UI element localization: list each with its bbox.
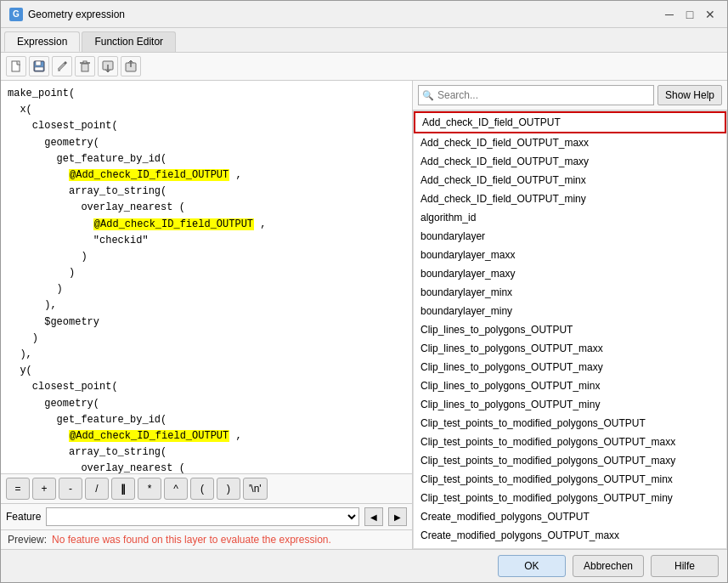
window-title: Geometry expression — [28, 8, 125, 20]
op-plus[interactable]: + — [32, 478, 56, 500]
title-bar: G Geometry expression ─ □ ✕ — [1, 1, 727, 28]
variable-item-add-check-id-output-minx[interactable]: Add_check_ID_field_OUTPUT_minx — [414, 171, 726, 190]
op-equals[interactable]: = — [6, 478, 30, 500]
variable-item-clip-lines-output[interactable]: Clip_lines_to_polygons_OUTPUT — [414, 320, 726, 339]
edit-icon — [56, 60, 68, 72]
code-line-19: closest_point( — [8, 381, 118, 393]
export-button[interactable] — [121, 56, 141, 76]
maximize-button[interactable]: □ — [681, 6, 698, 23]
code-line-12: ) — [8, 267, 75, 279]
code-line-17: ), — [8, 348, 32, 360]
preview-bar: Preview: No feature was found on this la… — [1, 529, 412, 549]
search-bar: 🔍 Show Help — [413, 81, 727, 110]
op-caret[interactable]: ^ — [164, 478, 188, 500]
variable-item-add-check-id-output-maxx[interactable]: Add_check_ID_field_OUTPUT_maxx — [414, 133, 726, 152]
toolbar — [1, 53, 727, 81]
code-line-11: ) — [8, 251, 87, 263]
op-newline[interactable]: '\n' — [243, 478, 268, 500]
variable-item-clip-test-output[interactable]: Clip_test_points_to_modified_polygons_OU… — [414, 414, 726, 433]
variable-item-boundarylayer-miny[interactable]: boundarylayer_miny — [414, 302, 726, 320]
save-icon — [33, 60, 45, 72]
tab-expression[interactable]: Expression — [4, 31, 80, 52]
preview-label: Preview: — [8, 534, 47, 546]
code-line-18: y( — [8, 365, 32, 376]
variable-item-boundarylayer-maxy[interactable]: boundarylayer_maxy — [414, 264, 726, 283]
op-rparen[interactable]: ) — [217, 478, 240, 500]
minimize-button[interactable]: ─ — [661, 6, 678, 23]
cancel-button[interactable]: Abbrechen — [573, 555, 644, 577]
save-button[interactable] — [29, 56, 49, 76]
main-window: G Geometry expression ─ □ ✕ Expression F… — [0, 0, 728, 583]
feature-select[interactable] — [46, 507, 359, 526]
code-line-13: ) — [8, 283, 63, 295]
search-input[interactable] — [418, 85, 654, 105]
code-line-1: make_point( — [8, 88, 75, 99]
main-content: make_point( x( closest_point( geometry( … — [1, 81, 727, 549]
op-multiply[interactable]: * — [138, 478, 161, 500]
variable-item-clip-lines-output-miny[interactable]: Clip_lines_to_polygons_OUTPUT_miny — [414, 395, 726, 414]
code-line-3: closest_point( — [8, 120, 118, 132]
variable-item-add-check-id-output-miny[interactable]: Add_check_ID_field_OUTPUT_miny — [414, 190, 726, 208]
variable-item-clip-test-output-miny[interactable]: Clip_test_points_to_modified_polygons_OU… — [414, 489, 726, 507]
code-line-10: "checkid" — [8, 235, 149, 246]
op-minus[interactable]: - — [59, 478, 82, 500]
svg-rect-2 — [36, 61, 41, 65]
variable-item-add-check-id-output-maxy[interactable]: Add_check_ID_field_OUTPUT_maxy — [414, 152, 726, 171]
variable-item-clip-lines-output-minx[interactable]: Clip_lines_to_polygons_OUTPUT_minx — [414, 376, 726, 395]
variable-item-create-modified-output[interactable]: Create_modified_polygons_OUTPUT — [414, 507, 726, 526]
help-button[interactable]: Hilfe — [651, 555, 719, 577]
code-line-2: x( — [8, 104, 32, 116]
variable-item-boundarylayer-maxx[interactable]: boundarylayer_maxx — [414, 246, 726, 264]
code-line-21: get_feature_by_id( — [8, 414, 166, 426]
tab-bar: Expression Function Editor — [1, 28, 727, 53]
op-divide[interactable]: / — [85, 478, 109, 500]
variable-item-algorithm-id[interactable]: algorithm_id — [414, 208, 726, 227]
code-line-4: geometry( — [8, 137, 99, 149]
delete-button[interactable] — [75, 56, 95, 76]
code-line-24: overlay_nearest ( — [8, 462, 185, 473]
title-controls: ─ □ ✕ — [661, 6, 719, 23]
code-line-15: $geometry — [8, 316, 99, 328]
code-line-8: overlay_nearest ( — [8, 201, 185, 213]
export-icon — [125, 60, 137, 72]
code-line-9: @Add_check_ID_field_OUTPUT , — [8, 218, 266, 230]
right-panel: 🔍 Show Help Add_check_ID_field_OUTPUTAdd… — [413, 81, 727, 549]
import-button[interactable] — [98, 56, 118, 76]
code-line-5: get_feature_by_id( — [8, 153, 166, 165]
nav-next-button[interactable]: ▶ — [388, 507, 407, 526]
variable-item-clip-test-output-maxy[interactable]: Clip_test_points_to_modified_polygons_OU… — [414, 451, 726, 470]
ok-button[interactable]: OK — [498, 555, 566, 577]
variable-item-clip-test-output-maxx[interactable]: Clip_test_points_to_modified_polygons_OU… — [414, 433, 726, 451]
show-help-button[interactable]: Show Help — [657, 85, 722, 105]
variable-item-add-check-id-output[interactable]: Add_check_ID_field_OUTPUT — [414, 111, 726, 133]
highlight-3: @Add_check_ID_field_OUTPUT — [69, 430, 229, 442]
tab-function-editor[interactable]: Function Editor — [82, 31, 176, 52]
close-button[interactable]: ✕ — [702, 6, 719, 23]
import-icon — [102, 60, 114, 72]
feature-bar: Feature ◀ ▶ — [1, 503, 412, 529]
variable-item-boundarylayer[interactable]: boundarylayer — [414, 227, 726, 246]
bottom-buttons: OK Abbrechen Hilfe — [1, 549, 727, 582]
code-line-22: @Add_check_ID_field_OUTPUT , — [8, 430, 242, 442]
nav-prev-button[interactable]: ◀ — [364, 507, 383, 526]
variable-item-clip-lines-output-maxx[interactable]: Clip_lines_to_polygons_OUTPUT_maxx — [414, 339, 726, 358]
editor-panel: make_point( x( closest_point( geometry( … — [1, 81, 413, 549]
code-line-20: geometry( — [8, 398, 99, 410]
code-line-14: ), — [8, 299, 57, 311]
highlight-2: @Add_check_ID_field_OUTPUT — [93, 218, 254, 230]
variable-item-create-modified-output-maxx[interactable]: Create_modified_polygons_OUTPUT_maxx — [414, 526, 726, 545]
code-line-7: array_to_string( — [8, 185, 166, 197]
variable-item-clip-test-output-minx[interactable]: Clip_test_points_to_modified_polygons_OU… — [414, 470, 726, 489]
code-line-6: @Add_check_ID_field_OUTPUT , — [8, 169, 242, 181]
new-button[interactable] — [6, 56, 26, 76]
op-lparen[interactable]: ( — [190, 478, 214, 500]
op-concat[interactable]: ‖ — [111, 478, 135, 500]
preview-message: No feature was found on this layer to ev… — [52, 534, 331, 546]
highlight-1: @Add_check_ID_field_OUTPUT — [69, 169, 229, 181]
edit-button[interactable] — [52, 56, 72, 76]
variable-item-boundarylayer-minx[interactable]: boundarylayer_minx — [414, 283, 726, 302]
code-editor[interactable]: make_point( x( closest_point( geometry( … — [1, 81, 412, 473]
variable-item-clip-lines-output-maxy[interactable]: Clip_lines_to_polygons_OUTPUT_maxy — [414, 358, 726, 376]
new-icon — [10, 60, 22, 72]
svg-rect-5 — [82, 64, 88, 71]
